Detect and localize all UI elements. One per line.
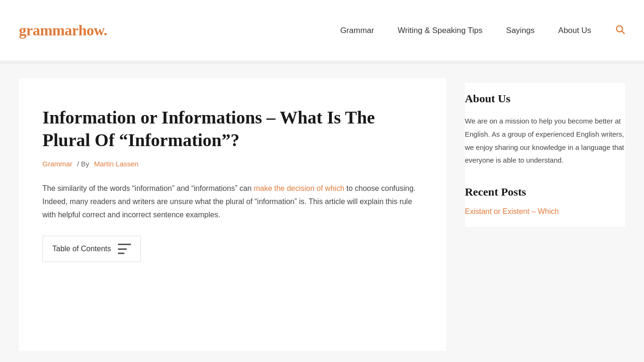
sidebar-about-section: About Us We are on a mission to help you… xyxy=(465,83,625,227)
recent-post-link-1[interactable]: Existant or Existent – Which xyxy=(465,207,559,215)
article-meta: Grammar / By Martin Lassen xyxy=(42,160,422,168)
svg-line-1 xyxy=(622,31,624,33)
main-nav: Grammar Writing & Speaking Tips Sayings … xyxy=(340,24,625,37)
toc-icon-line-3 xyxy=(118,253,124,254)
article-intro: The similarity of the words “information… xyxy=(42,182,422,222)
nav-about[interactable]: About Us xyxy=(558,26,591,35)
sidebar-recent-posts-title: Recent Posts xyxy=(465,186,625,198)
logo-text: grammarhow xyxy=(19,22,104,39)
sidebar: About Us We are on a mission to help you… xyxy=(465,78,625,351)
article-title: Information or Informations – What Is Th… xyxy=(42,107,422,151)
toc-label: Table of Contents xyxy=(52,245,111,253)
sidebar-about-title: About Us xyxy=(465,92,625,105)
site-header: grammarhow. Grammar Writing & Speaking T… xyxy=(0,0,644,61)
article-section: Information or Informations – What Is Th… xyxy=(19,78,446,351)
sidebar-about-text: We are on a mission to help you become b… xyxy=(465,115,625,167)
toc-icon-line-1 xyxy=(118,244,131,245)
search-icon[interactable] xyxy=(615,24,625,37)
article-author[interactable]: Martin Lassen xyxy=(94,160,139,168)
nav-writing[interactable]: Writing & Speaking Tips xyxy=(397,26,482,35)
nav-sayings[interactable]: Sayings xyxy=(506,26,535,35)
meta-separator: / By xyxy=(77,160,90,168)
logo-dot: . xyxy=(104,22,107,39)
intro-link[interactable]: make the decision of which xyxy=(254,184,344,192)
article-category[interactable]: Grammar xyxy=(42,160,72,168)
toc-icon-line-2 xyxy=(118,248,127,250)
site-logo[interactable]: grammarhow. xyxy=(19,22,107,39)
intro-text-before-link: The similarity of the words “information… xyxy=(42,184,254,192)
toc-toggle-icon[interactable] xyxy=(118,244,131,254)
main-wrapper: Information or Informations – What Is Th… xyxy=(0,64,644,362)
table-of-contents-box[interactable]: Table of Contents xyxy=(42,236,141,262)
nav-grammar[interactable]: Grammar xyxy=(340,26,374,35)
